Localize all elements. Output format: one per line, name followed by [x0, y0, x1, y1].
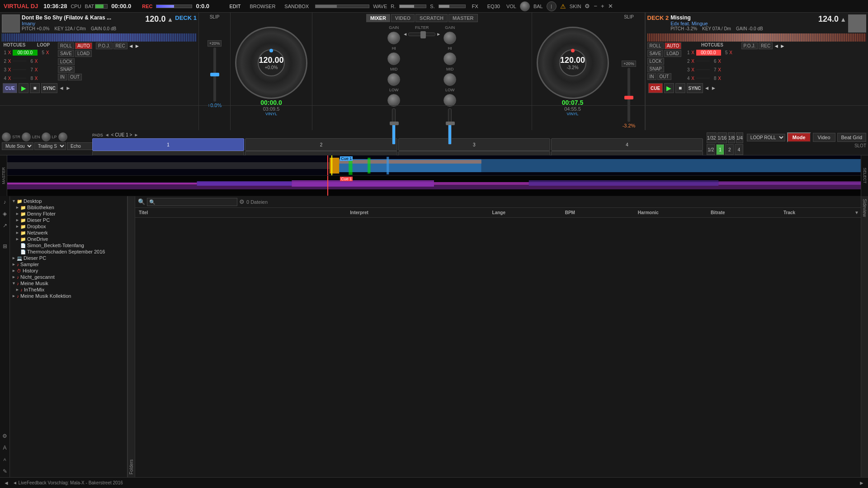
- lr-1-4[interactable]: 1/4: [736, 132, 743, 143]
- tree-dieser-pc[interactable]: ► 💻 Dieser PC: [10, 255, 127, 261]
- pad-2[interactable]: 2: [245, 138, 397, 151]
- mixer-tab-video[interactable]: VIDEO: [391, 14, 415, 22]
- lr-1[interactable]: 1: [716, 144, 725, 155]
- mid-knob-l[interactable]: [387, 73, 400, 86]
- loop-roll-btn-d1[interactable]: ROLL: [58, 42, 74, 49]
- minus-icon[interactable]: −: [594, 3, 597, 9]
- cue-x-4[interactable]: X: [7, 76, 12, 81]
- pads-nav-left[interactable]: ◄: [105, 132, 109, 137]
- in-btn-d2[interactable]: IN: [647, 73, 656, 80]
- cue-x-d2-2b[interactable]: X: [717, 59, 722, 64]
- cue-x-d2-3b[interactable]: X: [717, 67, 722, 72]
- tree-dieser-pc-sub[interactable]: ► 📁 Dieser PC: [10, 217, 127, 223]
- cue-button-d1[interactable]: CUE: [3, 83, 17, 93]
- stop-button-d1[interactable]: ■: [30, 83, 40, 93]
- mute-dropdown[interactable]: Mute Sou...: [2, 142, 33, 150]
- cue-x-3[interactable]: X: [7, 67, 12, 72]
- prev-btn-d1[interactable]: ◄: [128, 43, 134, 49]
- tree-sampler[interactable]: ► ♪ Sampler: [10, 261, 127, 267]
- mode-btn[interactable]: Mode: [787, 132, 811, 142]
- rec-btn-d1[interactable]: REC: [113, 42, 127, 49]
- cue-x-d2-4[interactable]: X: [690, 76, 696, 81]
- bottom-prev-btn[interactable]: ◄: [4, 480, 9, 486]
- tree-thermo[interactable]: ► 📄 Thermoolschaden September 2016: [10, 249, 127, 255]
- cue-x-1[interactable]: X: [7, 50, 12, 55]
- font-a1-icon[interactable]: A: [1, 444, 9, 452]
- out-btn-d2[interactable]: OUT: [657, 73, 671, 80]
- beat-grid-btn[interactable]: Beat Grid: [837, 133, 866, 142]
- arrow-nav-icon[interactable]: ↗: [1, 221, 9, 230]
- next-track-d2[interactable]: ►: [711, 85, 716, 91]
- skin-label[interactable]: SKIN: [570, 4, 581, 9]
- lr-1-32[interactable]: 1/32: [707, 132, 716, 143]
- cue-x-3b[interactable]: X: [33, 67, 39, 72]
- loop-save-btn-d2[interactable]: SAVE: [647, 50, 664, 57]
- col-harmonic[interactable]: Harmonic: [636, 210, 709, 215]
- close-icon[interactable]: ✕: [608, 3, 613, 9]
- tree-nicht-gescannt[interactable]: ► ♪ Nicht_gescannt: [10, 274, 127, 280]
- loop-roll-dropdown[interactable]: LOOP ROLL: [747, 134, 785, 141]
- pad-4[interactable]: 4: [551, 138, 703, 151]
- next-btn-d1[interactable]: ►: [135, 43, 140, 49]
- next-track-d1[interactable]: ►: [66, 85, 71, 91]
- cue-x-d2-4b[interactable]: X: [717, 76, 722, 81]
- efx-extra-knob[interactable]: [58, 132, 67, 141]
- pads-nav-right[interactable]: ►: [134, 132, 138, 137]
- plus-icon[interactable]: +: [601, 3, 604, 9]
- settings-nav-icon[interactable]: ⚙: [1, 432, 9, 440]
- poj-btn-d2[interactable]: P.O.J.: [741, 42, 758, 49]
- cue-x-d2-1b[interactable]: X: [728, 50, 734, 55]
- poj-btn-d1[interactable]: P.O.J.: [96, 42, 113, 49]
- cue-x-d2-1[interactable]: X: [690, 50, 696, 55]
- col-track[interactable]: Track: [782, 210, 854, 215]
- prev-btn-d2[interactable]: ◄: [774, 43, 779, 49]
- play-button-d1[interactable]: ▶: [19, 83, 28, 93]
- mid-knob-r[interactable]: [443, 73, 456, 86]
- efx-str-knob[interactable]: [2, 132, 11, 141]
- cue-val-1[interactable]: 00:00.0: [13, 50, 38, 56]
- search-nav-icon[interactable]: ◈: [1, 210, 9, 218]
- video-btn[interactable]: Video: [813, 133, 835, 142]
- cue-x-d2-2[interactable]: X: [690, 59, 696, 64]
- gain-knob-l[interactable]: [387, 32, 400, 44]
- stop-button-d2[interactable]: ■: [675, 83, 685, 93]
- col-filter-icon[interactable]: ▼: [854, 210, 859, 215]
- cue-button-d2[interactable]: CUE: [648, 83, 663, 93]
- pitch-range-d1[interactable]: +20%: [208, 40, 222, 47]
- settings-top-icon[interactable]: ⚙: [585, 3, 590, 9]
- hi-knob-l[interactable]: [387, 52, 400, 65]
- loop-load-btn-d2[interactable]: LOAD: [664, 50, 681, 57]
- xfader-track[interactable]: [408, 33, 435, 36]
- lock-btn-d1[interactable]: LOCK: [58, 58, 75, 65]
- folders-tab[interactable]: Folders: [127, 196, 135, 477]
- tree-bibliotheken[interactable]: ► 📁 Bibliotheken: [10, 204, 127, 211]
- tree-simon[interactable]: ► 📄 Simon_Beckett-Totenfang: [10, 242, 127, 249]
- turntable-disc-d1[interactable]: 120.00 +0.0%: [235, 27, 307, 99]
- loop-load-btn-d1[interactable]: LOAD: [75, 50, 92, 57]
- pad-3[interactable]: 3: [398, 138, 550, 151]
- vinyl-label-d2[interactable]: VINYL: [566, 112, 578, 116]
- out-btn-d1[interactable]: OUT: [68, 74, 82, 80]
- low-knob-l[interactable]: [387, 94, 400, 107]
- tree-meine-kollektion[interactable]: ► ♪ Meine Musik Kollektion: [10, 293, 127, 299]
- sideview-tab[interactable]: Sideview: [861, 196, 868, 477]
- pitch-slider-d1[interactable]: [213, 47, 216, 102]
- fader-track-r[interactable]: [448, 108, 452, 145]
- music-nav-icon[interactable]: ♪: [1, 198, 9, 206]
- prev-track-d2[interactable]: ◄: [704, 85, 710, 91]
- search-input[interactable]: [147, 198, 237, 206]
- gear-icon[interactable]: ⚙: [239, 198, 245, 205]
- lr-1-2[interactable]: 1/2: [707, 144, 715, 155]
- lr-4[interactable]: 4: [735, 144, 743, 155]
- tree-denny[interactable]: ► 📁 Denny Floter: [10, 211, 127, 217]
- loop-auto-btn-d2[interactable]: AUTO: [665, 42, 682, 49]
- cue-x-4b[interactable]: X: [33, 76, 39, 81]
- hi-knob-r[interactable]: [443, 52, 456, 65]
- lr-1-8[interactable]: 1/8: [728, 132, 735, 143]
- cue-x-d2-3[interactable]: X: [690, 67, 696, 72]
- col-interpret[interactable]: Interpret: [348, 210, 490, 215]
- loop-save-btn-d1[interactable]: SAVE: [58, 50, 74, 57]
- snap-btn-d1[interactable]: SNAP: [58, 66, 75, 73]
- filter-nav-icon[interactable]: ⊞: [1, 242, 9, 250]
- mixer-tab-scratch[interactable]: SCRATCH: [415, 14, 448, 22]
